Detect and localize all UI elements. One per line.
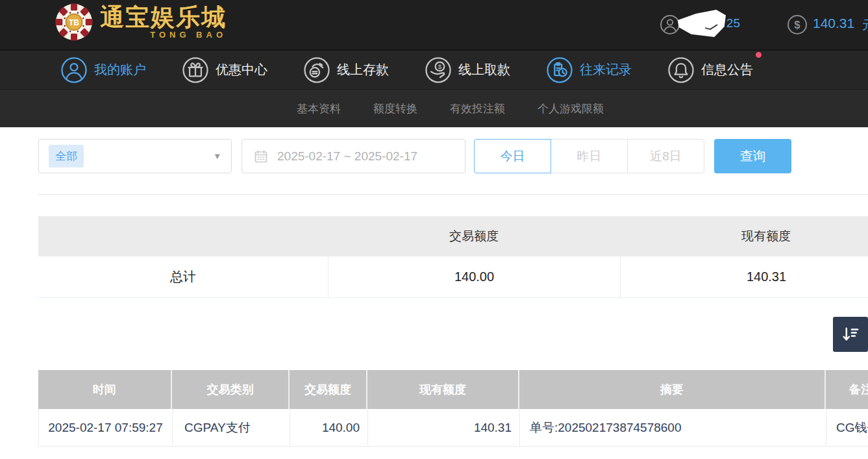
summary-total-label: 总计 [38, 268, 328, 286]
records-table: 时间 交易类别 交易额度 现有额度 摘要 备注 2025-02-17 07:59… [38, 370, 868, 447]
dollar-coin-icon: $ [787, 14, 808, 35]
main-navigation: 我的账户 优惠中心 线上存款 $ [0, 49, 868, 90]
transaction-type-select[interactable]: 全部 ▼ [38, 139, 232, 173]
notification-dot [756, 52, 762, 58]
brand-title-cn: 通宝娱乐城 [100, 5, 227, 29]
main-content: 全部 ▼ 2025-02-17 ~ 2025-02-17 今日 昨日 近8日 查… [0, 127, 868, 459]
redaction-pen-mark [704, 23, 719, 31]
cell-time: 2025-02-17 07:59:27 [39, 409, 173, 446]
col-header-amount: 交易额度 [290, 370, 367, 409]
deposit-hand-coin-icon [303, 56, 330, 84]
summary-transaction-value: 140.00 [328, 256, 620, 297]
cell-summary: 单号:202502173874578600 [520, 409, 826, 446]
nav-item-transaction-records[interactable]: 往来记录 [546, 56, 632, 84]
nav-item-label: 往来记录 [580, 61, 632, 79]
yesterday-button[interactable]: 昨日 [551, 139, 628, 173]
subnav-item-valid-bets[interactable]: 有效投注额 [450, 101, 505, 116]
summary-balance-value: 140.31 [620, 256, 868, 297]
nav-item-label: 我的账户 [94, 61, 146, 79]
selected-type-chip: 全部 [49, 145, 84, 167]
nav-item-announcements[interactable]: 信息公告 [667, 56, 753, 84]
calendar-icon [253, 149, 269, 164]
nav-item-label: 信息公告 [701, 61, 753, 79]
bell-icon [667, 56, 695, 84]
col-header-summary: 摘要 [519, 370, 826, 409]
brand-logo: TB 通宝娱乐城 TONG BAO [55, 3, 227, 42]
today-button[interactable]: 今日 [474, 139, 551, 173]
records-header-row: 时间 交易类别 交易额度 现有额度 摘要 备注 [38, 370, 868, 409]
chip-tb-text: TB [69, 18, 79, 27]
last-8-days-button[interactable]: 近8日 [627, 139, 704, 173]
nav-item-label: 优惠中心 [216, 61, 267, 79]
withdraw-hand-dollar-icon: $ [425, 56, 452, 84]
cell-remark: CG钱包 [826, 409, 868, 446]
nav-item-my-account[interactable]: 我的账户 [60, 56, 146, 84]
subnav-item-basic-info[interactable]: 基本资料 [297, 101, 341, 116]
svg-text:$: $ [438, 62, 442, 69]
search-button[interactable]: 查询 [714, 139, 791, 173]
summary-table: 交易额度 现有额度 总计 140.00 140.31 [38, 216, 868, 298]
sub-navigation: 基本资料 额度转换 有效投注额 个人游戏限额 [0, 90, 868, 127]
nav-item-withdraw[interactable]: $ 线上取款 [425, 56, 510, 84]
chevron-down-icon: ▼ [213, 151, 221, 161]
subnav-item-credit-transfer[interactable]: 额度转换 [373, 101, 417, 116]
summary-header-transaction: 交易额度 [328, 228, 620, 245]
records-clipboard-clock-icon [546, 56, 573, 84]
summary-total-row: 总计 140.00 140.31 [38, 256, 868, 298]
top-header: TB 通宝娱乐城 TONG BAO 25 $ 140.31 元 [0, 0, 868, 49]
balance-amount: 140.31 [813, 16, 854, 31]
col-header-time: 时间 [38, 370, 172, 409]
summary-header-balance: 现有额度 [620, 228, 868, 245]
date-range-picker[interactable]: 2025-02-17 ~ 2025-02-17 [242, 139, 465, 173]
gift-icon [182, 56, 209, 84]
subnav-item-game-limits[interactable]: 个人游戏限额 [538, 101, 604, 116]
poker-chip-icon: TB [55, 3, 93, 42]
cell-amount: 140.00 [290, 409, 368, 446]
cell-type: CGPAY支付 [173, 409, 290, 446]
summary-header-row: 交易额度 现有额度 [38, 216, 868, 256]
balance-currency: 元 [862, 17, 868, 34]
nav-item-promotions[interactable]: 优惠中心 [182, 56, 267, 84]
col-header-balance: 现有额度 [367, 370, 519, 409]
quick-date-buttons: 今日 昨日 近8日 [474, 139, 704, 173]
section-divider [38, 194, 868, 195]
svg-text:$: $ [794, 19, 800, 31]
col-header-remark: 备注 [826, 370, 868, 409]
cell-balance: 140.31 [368, 409, 520, 446]
sort-descending-icon [841, 325, 860, 344]
nav-item-deposit[interactable]: 线上存款 [303, 56, 389, 84]
nav-item-label: 线上存款 [337, 61, 389, 79]
table-row: 2025-02-17 07:59:27 CGPAY支付 140.00 140.3… [38, 409, 868, 447]
user-avatar-icon [660, 14, 680, 35]
sort-descending-button[interactable] [833, 317, 868, 352]
col-header-type: 交易类别 [172, 370, 290, 409]
account-person-icon [60, 56, 88, 84]
date-range-value: 2025-02-17 ~ 2025-02-17 [277, 149, 417, 164]
nav-item-label: 线上取款 [458, 61, 510, 79]
brand-title-en: TONG BAO [100, 31, 227, 39]
